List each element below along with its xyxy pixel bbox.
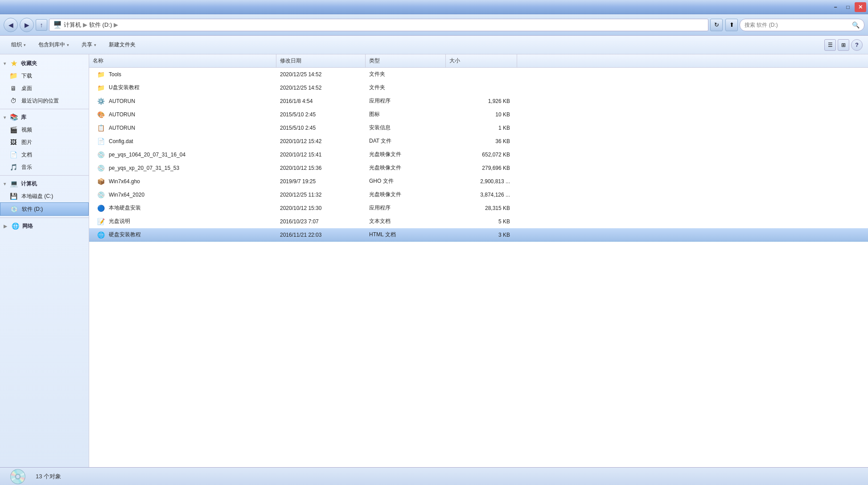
back-button[interactable]: ◀ [4,18,18,32]
table-row[interactable]: ⚙️ AUTORUN 2016/1/8 4:54 应用程序 1,926 KB [89,95,868,108]
sidebar-image-label: 图片 [21,139,32,146]
sidebar-favorites-header[interactable]: ▾ ★ 收藏夹 [0,57,89,70]
computer-icon: 💻 [9,179,18,188]
col-size-label: 大小 [449,57,460,65]
favorites-icon: ★ [9,59,18,68]
file-icon: ⚙️ [96,97,105,106]
main-layout: ▾ ★ 收藏夹 📁 下载 🖥 桌面 ⏱ 最近访问的位置 ▾ 📚 [0,54,868,467]
file-list: 📁 Tools 2020/12/25 14:52 文件夹 📁 U盘安装教程 20… [89,68,868,242]
sidebar-item-image[interactable]: 🖼 图片 [0,136,89,148]
file-name-cell: 💿 Win7x64_2020 [89,190,276,199]
breadcrumb-sep1: ▶ [83,21,87,28]
forward-button[interactable]: ▶ [20,18,34,32]
file-icon: 📄 [96,137,105,146]
file-size: 2,900,813 ... [446,178,517,185]
sidebar-item-c-drive[interactable]: 💾 本地磁盘 (C:) [0,190,89,202]
sidebar-music-label: 音乐 [21,164,32,171]
nav-bar: ◀ ▶ ↑ 🖥️ 计算机 ▶ 软件 (D:) ▶ ↻ ⬆ 🔍 [0,14,868,36]
view-toggle-button[interactable]: ☰ [824,39,836,51]
col-header-name[interactable]: 名称 [89,54,276,67]
file-modified: 2020/10/12 15:42 [276,138,366,144]
favorites-collapse-icon: ▾ [4,61,6,66]
table-row[interactable]: 📁 U盘安装教程 2020/12/25 14:52 文件夹 [89,81,868,95]
status-count: 13 个对象 [36,473,61,481]
table-row[interactable]: 💿 Win7x64_2020 2020/12/25 11:32 光盘映像文件 3… [89,188,868,201]
content-area: 名称 修改日期 类型 大小 📁 Tools 2020/12/25 14:52 文… [89,54,868,467]
up-button[interactable]: ↑ [36,19,47,31]
sidebar-library-header[interactable]: ▾ 📚 库 [0,111,89,123]
toolbar: 组织 ▾ 包含到库中 ▾ 共享 ▾ 新建文件夹 ☰ ⊞ ? [0,36,868,54]
file-type: 文件夹 [366,84,446,91]
file-name: Config.dat [109,138,133,144]
sidebar-item-download[interactable]: 📁 下载 [0,70,89,82]
sidebar-item-desktop[interactable]: 🖥 桌面 [0,82,89,95]
refresh-button[interactable]: ↻ [710,19,723,31]
col-header-modified[interactable]: 修改日期 [276,54,366,67]
sidebar-item-doc[interactable]: 📄 文档 [0,148,89,161]
maximize-button[interactable]: □ [842,2,854,12]
file-type: 应用程序 [366,97,446,105]
file-icon: 📦 [96,177,105,186]
table-row[interactable]: 📦 Win7x64.gho 2019/9/7 19:25 GHO 文件 2,90… [89,175,868,188]
breadcrumb-drive[interactable]: 软件 (D:) [89,21,112,29]
close-button[interactable]: ✕ [855,2,866,12]
table-row[interactable]: 🌐 硬盘安装教程 2016/11/21 22:03 HTML 文档 3 KB [89,228,868,242]
breadcrumb-sep2: ▶ [114,21,118,28]
archive-button[interactable]: 包含到库中 ▾ [33,38,75,52]
table-row[interactable]: 🎨 AUTORUN 2015/5/10 2:45 图标 10 KB [89,108,868,121]
file-name: AUTORUN [109,98,135,104]
table-row[interactable]: 🔵 本地硬盘安装 2020/10/12 15:30 应用程序 28,315 KB [89,201,868,215]
col-header-size[interactable]: 大小 [446,54,517,67]
help-button[interactable]: ? [851,39,863,51]
column-headers: 名称 修改日期 类型 大小 [89,54,868,68]
organize-arrow: ▾ [24,43,26,47]
file-type: 文本文档 [366,218,446,225]
table-row[interactable]: 📋 AUTORUN 2015/5/10 2:45 安装信息 1 KB [89,121,868,135]
table-row[interactable]: 📄 Config.dat 2020/10/12 15:42 DAT 文件 36 … [89,135,868,148]
file-icon: 💿 [96,150,105,159]
share-button[interactable]: 共享 ▾ [76,38,102,52]
sidebar-item-d-drive[interactable]: 💿 软件 (D:) [0,202,89,216]
table-row[interactable]: 💿 pe_yqs_xp_20_07_31_15_53 2020/10/12 15… [89,161,868,175]
file-modified: 2019/9/7 19:25 [276,178,366,185]
organize-label: 组织 [11,41,22,49]
new-folder-button[interactable]: 新建文件夹 [103,38,141,52]
sidebar-section-favorites: ▾ ★ 收藏夹 📁 下载 🖥 桌面 ⏱ 最近访问的位置 [0,57,89,107]
sidebar-item-video[interactable]: 🎬 视频 [0,123,89,136]
file-name: Win7x64.gho [109,178,140,185]
file-name-cell: 📁 Tools [89,70,276,79]
sidebar-network-header[interactable]: ▶ 🌐 网络 [0,220,89,232]
table-row[interactable]: 💿 pe_yqs_1064_20_07_31_16_04 2020/10/12 … [89,148,868,161]
file-size: 3 KB [446,232,517,238]
status-bar: 💿 13 个对象 [0,467,868,485]
minimize-button[interactable]: − [830,2,841,12]
sidebar-item-music[interactable]: 🎵 音乐 [0,161,89,173]
view-mode-button[interactable]: ⊞ [838,39,849,51]
computer-label: 计算机 [21,180,37,188]
file-size: 10 KB [446,111,517,118]
file-type: HTML 文档 [366,231,446,238]
sidebar-computer-header[interactable]: ▾ 💻 计算机 [0,177,89,190]
folder-up-button[interactable]: ⬆ [725,19,738,31]
sidebar-doc-label: 文档 [21,151,32,159]
file-name-cell: 💿 pe_yqs_1064_20_07_31_16_04 [89,150,276,159]
sidebar-recent-label: 最近访问的位置 [21,97,59,105]
sidebar-video-label: 视频 [21,126,32,134]
desktop-icon: 🖥 [9,84,18,93]
organize-button[interactable]: 组织 ▾ [5,38,32,52]
table-row[interactable]: 📁 Tools 2020/12/25 14:52 文件夹 [89,68,868,81]
sidebar-item-recent[interactable]: ⏱ 最近访问的位置 [0,95,89,107]
file-modified: 2015/5/10 2:45 [276,125,366,131]
col-header-type[interactable]: 类型 [366,54,446,67]
file-modified: 2020/12/25 14:52 [276,71,366,78]
search-icon[interactable]: 🔍 [852,21,860,29]
file-name: 光盘说明 [109,218,130,225]
table-row[interactable]: 📝 光盘说明 2016/10/23 7:07 文本文档 5 KB [89,215,868,228]
file-name-cell: 🌐 硬盘安装教程 [89,230,276,239]
breadcrumb[interactable]: 🖥️ 计算机 ▶ 软件 (D:) ▶ [49,19,708,31]
search-input[interactable] [745,22,849,28]
breadcrumb-computer[interactable]: 计算机 [64,21,81,29]
file-icon: 🎨 [96,110,105,119]
network-icon: 🌐 [11,222,20,230]
search-bar: 🔍 [740,19,864,31]
